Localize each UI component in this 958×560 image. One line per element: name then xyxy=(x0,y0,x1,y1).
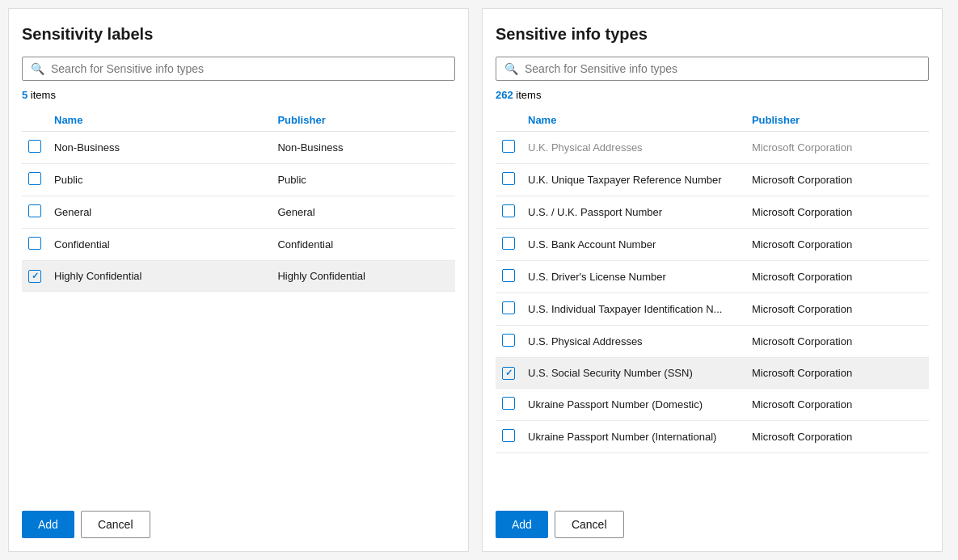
table-row[interactable]: Ukraine Passport Number (International)M… xyxy=(496,420,929,453)
table-row[interactable]: GeneralGeneral xyxy=(22,196,455,229)
left-col-checkbox xyxy=(22,109,48,132)
checkbox-cell[interactable] xyxy=(496,229,521,261)
table-row[interactable]: ConfidentialConfidential xyxy=(22,229,455,261)
row-name: U.S. / U.K. Passport Number xyxy=(521,196,745,229)
row-publisher: Microsoft Corporation xyxy=(745,358,929,389)
checkbox-icon xyxy=(28,204,41,217)
row-name: Public xyxy=(48,164,271,196)
table-row[interactable]: U.S. Bank Account NumberMicrosoft Corpor… xyxy=(496,229,929,261)
checkbox-cell[interactable] xyxy=(496,293,521,326)
checkbox-cell[interactable] xyxy=(22,196,48,229)
checkbox-icon xyxy=(502,367,515,380)
table-row[interactable]: Ukraine Passport Number (Domestic)Micros… xyxy=(496,388,929,420)
row-name: U.K. Physical Addresses xyxy=(521,132,745,164)
right-table-container: Name Publisher U.K. Physical AddressesMi… xyxy=(496,109,929,490)
left-panel-title: Sensitivity labels xyxy=(22,25,455,44)
checkbox-cell[interactable] xyxy=(22,261,48,292)
row-publisher: Microsoft Corporation xyxy=(745,229,929,261)
left-table-container: Name Publisher Non-BusinessNon-BusinessP… xyxy=(22,109,455,490)
table-row[interactable]: Highly ConfidentialHighly Confidential xyxy=(22,261,455,292)
checkbox-cell[interactable] xyxy=(496,326,521,358)
checkbox-cell[interactable] xyxy=(496,420,521,453)
table-row[interactable]: PublicPublic xyxy=(22,164,455,196)
row-name: Ukraine Passport Number (International) xyxy=(521,420,745,453)
table-row[interactable]: U.K. Physical AddressesMicrosoft Corpora… xyxy=(496,132,929,164)
right-item-count: 262 items xyxy=(496,89,929,101)
row-publisher: Non-Business xyxy=(271,132,455,164)
checkbox-icon xyxy=(502,237,515,250)
row-publisher: Highly Confidential xyxy=(271,261,455,292)
left-table: Name Publisher Non-BusinessNon-BusinessP… xyxy=(22,109,455,292)
row-name: U.S. Bank Account Number xyxy=(521,229,745,261)
checkbox-cell[interactable] xyxy=(496,358,521,389)
sensitivity-labels-panel: Sensitivity labels 🔍 5 items Name Publis… xyxy=(8,8,469,552)
sensitive-info-types-panel: Sensitive info types 🔍 262 items Name Pu… xyxy=(482,8,943,552)
right-cancel-button[interactable]: Cancel xyxy=(555,511,624,538)
checkbox-icon xyxy=(502,269,515,282)
left-col-publisher: Publisher xyxy=(271,109,455,132)
left-search-box[interactable]: 🔍 xyxy=(22,57,455,81)
table-row[interactable]: U.S. / U.K. Passport NumberMicrosoft Cor… xyxy=(496,196,929,229)
row-name: Confidential xyxy=(48,229,271,261)
row-name: U.S. Physical Addresses xyxy=(521,326,745,358)
table-row[interactable]: U.S. Driver's License NumberMicrosoft Co… xyxy=(496,261,929,293)
left-cancel-button[interactable]: Cancel xyxy=(81,511,150,538)
row-publisher: Microsoft Corporation xyxy=(745,293,929,326)
row-name: Highly Confidential xyxy=(48,261,271,292)
row-name: U.S. Social Security Number (SSN) xyxy=(521,358,745,389)
checkbox-icon xyxy=(502,301,515,314)
checkbox-cell[interactable] xyxy=(496,196,521,229)
checkbox-cell[interactable] xyxy=(496,388,521,420)
row-publisher: Microsoft Corporation xyxy=(745,420,929,453)
checkbox-cell[interactable] xyxy=(496,164,521,196)
right-col-publisher: Publisher xyxy=(745,109,929,132)
checkbox-cell[interactable] xyxy=(496,132,521,164)
table-row[interactable]: Non-BusinessNon-Business xyxy=(22,132,455,164)
right-add-button[interactable]: Add xyxy=(496,511,548,538)
row-name: Non-Business xyxy=(48,132,271,164)
checkbox-cell[interactable] xyxy=(22,132,48,164)
checkbox-icon xyxy=(502,397,515,410)
checkbox-icon xyxy=(28,237,41,250)
left-col-name: Name xyxy=(48,109,271,132)
left-search-input[interactable] xyxy=(51,62,446,75)
row-name: U.S. Individual Taxpayer Identification … xyxy=(521,293,745,326)
right-col-checkbox xyxy=(496,109,521,132)
row-publisher: General xyxy=(271,196,455,229)
row-publisher: Microsoft Corporation xyxy=(745,388,929,420)
row-publisher: Microsoft Corporation xyxy=(745,164,929,196)
row-name: U.S. Driver's License Number xyxy=(521,261,745,293)
table-row[interactable]: U.S. Social Security Number (SSN)Microso… xyxy=(496,358,929,389)
checkbox-cell[interactable] xyxy=(22,229,48,261)
row-publisher: Confidential xyxy=(271,229,455,261)
right-search-box[interactable]: 🔍 xyxy=(496,57,929,81)
row-name: General xyxy=(48,196,271,229)
right-panel-title: Sensitive info types xyxy=(496,25,929,44)
right-search-input[interactable] xyxy=(525,62,920,75)
checkbox-icon xyxy=(502,140,515,153)
left-add-button[interactable]: Add xyxy=(22,511,74,538)
right-table: Name Publisher U.K. Physical AddressesMi… xyxy=(496,109,929,453)
checkbox-icon xyxy=(502,204,515,217)
row-publisher: Microsoft Corporation xyxy=(745,132,929,164)
right-footer-buttons: Add Cancel xyxy=(496,503,929,538)
checkbox-cell[interactable] xyxy=(496,261,521,293)
row-name: Ukraine Passport Number (Domestic) xyxy=(521,388,745,420)
table-row[interactable]: U.S. Physical AddressesMicrosoft Corpora… xyxy=(496,326,929,358)
right-col-name: Name xyxy=(521,109,745,132)
left-footer-buttons: Add Cancel xyxy=(22,503,455,538)
table-row[interactable]: U.K. Unique Taxpayer Reference NumberMic… xyxy=(496,164,929,196)
checkbox-icon xyxy=(502,172,515,185)
left-search-icon: 🔍 xyxy=(31,62,44,75)
checkbox-icon xyxy=(28,140,41,153)
row-publisher: Public xyxy=(271,164,455,196)
row-publisher: Microsoft Corporation xyxy=(745,196,929,229)
checkbox-icon xyxy=(28,270,41,283)
row-publisher: Microsoft Corporation xyxy=(745,326,929,358)
table-row[interactable]: U.S. Individual Taxpayer Identification … xyxy=(496,293,929,326)
checkbox-cell[interactable] xyxy=(22,164,48,196)
checkbox-icon xyxy=(502,334,515,347)
left-item-count: 5 items xyxy=(22,89,455,101)
checkbox-icon xyxy=(502,429,515,442)
checkbox-icon xyxy=(28,172,41,185)
